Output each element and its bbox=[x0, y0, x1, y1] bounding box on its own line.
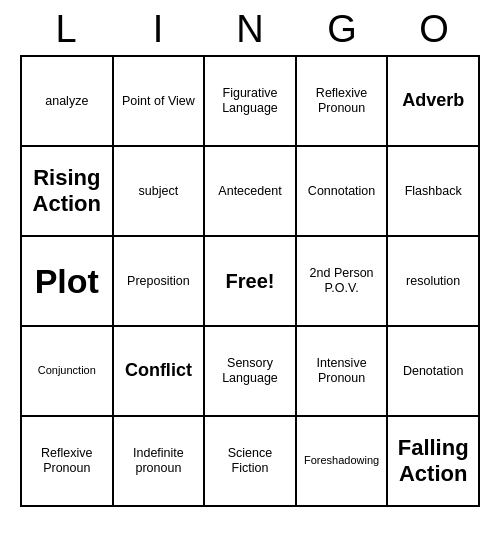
bingo-cell-1-4: Flashback bbox=[388, 147, 480, 237]
bingo-cell-3-2: Sensory Language bbox=[205, 327, 297, 417]
bingo-cell-0-0: analyze bbox=[22, 57, 114, 147]
title-letter-o: O bbox=[404, 8, 464, 51]
bingo-cell-1-0: Rising Action bbox=[22, 147, 114, 237]
title-letter-l: L bbox=[36, 8, 96, 51]
bingo-cell-1-1: subject bbox=[114, 147, 206, 237]
bingo-row-0: analyzePoint of ViewFigurative LanguageR… bbox=[22, 57, 480, 147]
bingo-row-2: PlotPrepositionFree!2nd Person P.O.V.res… bbox=[22, 237, 480, 327]
bingo-cell-2-4: resolution bbox=[388, 237, 480, 327]
bingo-cell-4-0: Reflexive Pronoun bbox=[22, 417, 114, 507]
bingo-row-1: Rising ActionsubjectAntecedentConnotatio… bbox=[22, 147, 480, 237]
bingo-cell-3-1: Conflict bbox=[114, 327, 206, 417]
title-letter-i: I bbox=[128, 8, 188, 51]
bingo-cell-1-2: Antecedent bbox=[205, 147, 297, 237]
bingo-cell-4-3: Foreshadowing bbox=[297, 417, 389, 507]
bingo-cell-0-3: Reflexive Pronoun bbox=[297, 57, 389, 147]
bingo-row-3: ConjunctionConflictSensory LanguageInten… bbox=[22, 327, 480, 417]
bingo-cell-3-4: Denotation bbox=[388, 327, 480, 417]
bingo-cell-0-1: Point of View bbox=[114, 57, 206, 147]
title-letter-g: G bbox=[312, 8, 372, 51]
title-letter-n: N bbox=[220, 8, 280, 51]
bingo-cell-3-0: Conjunction bbox=[22, 327, 114, 417]
bingo-cell-2-3: 2nd Person P.O.V. bbox=[297, 237, 389, 327]
bingo-row-4: Reflexive PronounIndefinite pronounScien… bbox=[22, 417, 480, 507]
bingo-cell-2-0: Plot bbox=[22, 237, 114, 327]
bingo-cell-2-2: Free! bbox=[205, 237, 297, 327]
bingo-cell-2-1: Preposition bbox=[114, 237, 206, 327]
bingo-cell-4-1: Indefinite pronoun bbox=[114, 417, 206, 507]
bingo-cell-4-2: Science Fiction bbox=[205, 417, 297, 507]
bingo-cell-0-4: Adverb bbox=[388, 57, 480, 147]
bingo-cell-3-3: Intensive Pronoun bbox=[297, 327, 389, 417]
bingo-grid: analyzePoint of ViewFigurative LanguageR… bbox=[20, 55, 480, 507]
bingo-title: L I N G O bbox=[20, 0, 480, 55]
bingo-cell-0-2: Figurative Language bbox=[205, 57, 297, 147]
bingo-cell-4-4: Falling Action bbox=[388, 417, 480, 507]
bingo-cell-1-3: Connotation bbox=[297, 147, 389, 237]
